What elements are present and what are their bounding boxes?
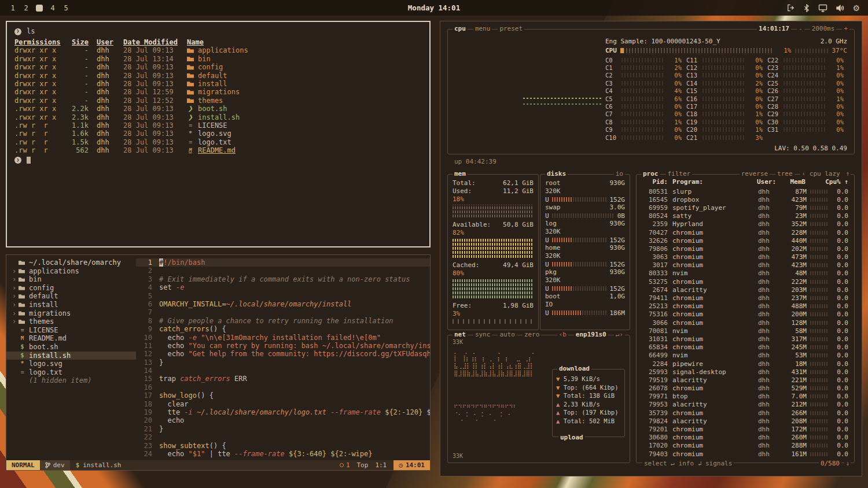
process-row[interactable]: 35739 chromium dhh 266M 0.0	[641, 409, 848, 417]
process-row[interactable]: 79806 chromium dhh 202M 0.0	[641, 245, 848, 253]
tree-item[interactable]: logo.svg	[6, 360, 136, 368]
tree-item[interactable]: LICENSE	[6, 326, 136, 335]
interval-increase-button[interactable]: +	[842, 25, 849, 32]
core-percent: 6%	[667, 95, 682, 102]
tree-item[interactable]: boot.sh	[6, 343, 136, 352]
process-row[interactable]: 2359 Hyprland dhh 352M 0.0	[641, 220, 848, 228]
workspace-button[interactable]: 1	[9, 5, 16, 12]
process-row[interactable]: 3066 chromium dhh 128M 0.0	[641, 319, 848, 327]
core-meter	[621, 127, 663, 132]
process-row[interactable]: 65834 chromium dhh 245M 0.0	[641, 343, 848, 352]
disk-name: pkg	[545, 268, 557, 276]
prompt-line[interactable]: ❯	[14, 156, 422, 164]
tree-item[interactable]: README.md	[6, 334, 136, 343]
file-size: 1.6k	[64, 130, 89, 138]
tree-item[interactable]: themes	[6, 317, 136, 326]
network-interface[interactable]: ‹b enp191s0 ↵›	[557, 331, 625, 338]
workspace-button[interactable]: 2	[23, 5, 30, 12]
memory-stat: Free: 1,98 GiB 3%	[453, 302, 534, 324]
workspace-button[interactable]: 3	[36, 5, 43, 12]
header-program[interactable]: Program:	[672, 178, 757, 186]
scroll-up-arrow[interactable]: ↑	[844, 170, 851, 178]
process-row[interactable]: 80524 satty dhh 23M 0.0	[641, 212, 848, 220]
reverse-toggle[interactable]: reverse	[740, 170, 770, 178]
preset-button[interactable]: preset	[498, 25, 524, 32]
process-row[interactable]: 66499 nvim dhh 53M 0.0	[641, 352, 848, 360]
process-pid: 79953	[641, 401, 668, 408]
process-row[interactable]: 79824 alacritty dhh 208M 0.0	[641, 417, 848, 425]
process-row[interactable]: 16545 dropbox dhh 423M 0.0	[641, 195, 848, 204]
process-cpu-graph	[810, 222, 829, 226]
bluetooth-icon[interactable]	[803, 4, 810, 12]
process-row[interactable]: 79201 chromium dhh 172M 0.0	[641, 425, 848, 433]
process-row[interactable]: 79953 alacritty dhh 212M 0.0	[641, 401, 848, 409]
net-auto-toggle[interactable]: auto	[498, 331, 517, 338]
process-row[interactable]: 26078 chromium dhh 529M 0.0	[641, 385, 848, 393]
process-row[interactable]: 25993 signal-desktop dhh 431M 0.0	[641, 368, 848, 376]
core-percent: 0%	[667, 126, 682, 133]
code-editor[interactable]: 1#!/bin/bash23# Exit immediately if a co…	[136, 255, 430, 460]
file-size: -	[64, 46, 89, 54]
process-row[interactable]: 31031 chromium dhh 317M 0.0	[641, 335, 848, 343]
process-name: dropbox	[672, 196, 758, 204]
tree-item[interactable]: config	[6, 284, 136, 293]
header-cpu[interactable]: Cpu% ↑	[806, 178, 848, 186]
io-mode-toggle[interactable]: io	[614, 170, 625, 178]
net-sync-toggle[interactable]: sync	[473, 331, 492, 338]
process-row[interactable]: 80333 nvim dhh 48M 0.0	[641, 269, 848, 278]
tree-item[interactable]: logo.txt	[6, 368, 136, 377]
gear-icon[interactable]: ⚙	[852, 4, 860, 12]
header-memb[interactable]: MemB	[780, 178, 806, 186]
core-percent: 1%	[667, 119, 682, 125]
process-cpu-graph	[810, 427, 829, 431]
process-row[interactable]: 69959 spotify_player dhh 79M 0.0	[641, 204, 848, 212]
tree-item[interactable]: migrations	[6, 309, 136, 318]
tree-toggle[interactable]: tree	[775, 170, 795, 178]
tree-item[interactable]: (1 hidden item)	[6, 376, 136, 385]
display-icon[interactable]	[818, 4, 827, 12]
process-actions[interactable]: select ↵ info ↲ signals	[642, 460, 734, 467]
scroll-down-arrow[interactable]: ↓	[844, 460, 851, 467]
header-pid[interactable]: Pid:	[641, 178, 668, 186]
process-row[interactable]: 3063 chromium dhh 473M 0.0	[641, 253, 848, 261]
interval-decrease-button[interactable]: -	[797, 25, 804, 32]
tree-item[interactable]: install	[6, 301, 136, 309]
process-row[interactable]: 17020 chromium dhh 288M 0.0	[641, 442, 848, 450]
header-user[interactable]: User:	[757, 178, 780, 186]
process-row[interactable]: 25213 chromium dhh 488M 0.0	[641, 302, 848, 310]
tree-root[interactable]: ~/.local/share/omarchy	[6, 258, 136, 267]
process-row[interactable]: 75316 chromium dhh 200M 0.0	[641, 310, 848, 319]
process-row[interactable]: 2284 pipewire dhh 18M 0.0	[641, 360, 848, 368]
process-row[interactable]: 70427 chromium dhh 228M 0.0	[641, 228, 848, 236]
volume-icon[interactable]	[836, 4, 844, 12]
process-row[interactable]: 79411 chromium dhh 237M 0.0	[641, 294, 848, 302]
menu-button[interactable]: menu	[473, 25, 492, 32]
process-row[interactable]: 2674 alacritty dhh 203M 0.0	[641, 286, 848, 294]
process-row[interactable]: 70081 nvim dhh 58M 0.0	[641, 327, 848, 335]
process-row[interactable]: 79403 chromium dhh 161M 0.0	[641, 450, 848, 458]
process-row[interactable]: 79519 alacritty dhh 221M 0.0	[641, 376, 848, 384]
process-row[interactable]: 79971 btop dhh 7.0M 0.0	[641, 393, 848, 401]
process-row[interactable]: 53275 chromium dhh 222M 0.0	[641, 278, 848, 286]
file-name: logo.txt	[187, 138, 422, 146]
net-zero-toggle[interactable]: zero	[523, 331, 542, 338]
process-cpu-percent: 0.0	[832, 229, 848, 236]
tree-item[interactable]: install.sh	[6, 352, 136, 360]
core-column-3: C22 0% C23 1% C24 0% C25 0% C26 0% C27	[767, 56, 844, 134]
logout-icon[interactable]	[786, 3, 795, 12]
tree-item[interactable]: applications	[6, 267, 136, 276]
process-row[interactable]: 3017 chromium dhh 423M 0.0	[641, 261, 848, 269]
tree-item[interactable]: bin	[6, 275, 136, 284]
process-row[interactable]: 80531 slurp dhh 87M 0.0	[641, 187, 848, 195]
tree-item[interactable]: default	[6, 292, 136, 301]
workspace-button[interactable]: 4	[49, 5, 56, 12]
process-cpu-graph	[810, 255, 829, 259]
code-line: 14	[136, 367, 430, 375]
sort-column-selector[interactable]: ‹ cpu lazy ›	[800, 170, 849, 178]
disk-used-label: U	[545, 309, 549, 317]
filter-button[interactable]: filter	[666, 170, 693, 178]
memory-panel-title: mem	[453, 170, 468, 178]
process-row[interactable]: 30680 chromium dhh 260M 0.0	[641, 434, 848, 442]
workspace-button[interactable]: 5	[62, 5, 69, 12]
process-row[interactable]: 32626 chromium dhh 440M 0.0	[641, 236, 848, 245]
